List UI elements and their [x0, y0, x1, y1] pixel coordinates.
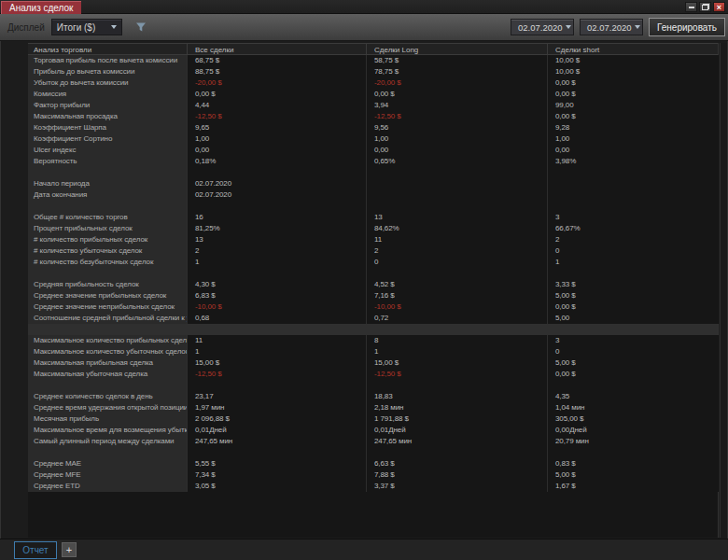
row-value [187, 447, 366, 458]
chevron-down-icon [111, 25, 117, 29]
display-select-value: Итоги ($) [57, 22, 111, 33]
row-label: Среднее MAE [28, 458, 187, 469]
generate-button[interactable]: Генерировать [649, 18, 725, 36]
row-value: 15,00 $ [187, 357, 366, 369]
row-value: 4,52 $ [366, 279, 547, 290]
row-value: 0,00 [366, 145, 547, 156]
row-value: 1,04 мин [547, 402, 719, 413]
row-label: Дата окончания [28, 189, 187, 201]
row-value: 6,83 $ [187, 290, 366, 301]
row-value: 1 [187, 346, 366, 357]
row-label: Убыток до вычета комиссии [28, 77, 187, 89]
row-value: -12,50 $ [187, 369, 366, 380]
table-row: Соотношение средней прибыльной сделки к … [28, 313, 718, 324]
row-label: Максимальное время для возмещения убытко… [28, 425, 187, 436]
bottom-tab-bar: Отчет + [0, 539, 728, 560]
table-row: Общее # количество торгов16133 [28, 212, 718, 223]
row-value: 11 [187, 335, 366, 346]
row-label: Среднее время удержания открытой позиции [28, 402, 187, 413]
row-label: Среднее ETD [28, 481, 187, 492]
row-value: 0,00 [547, 145, 719, 156]
scrollbar-track[interactable] [720, 43, 727, 538]
row-value: 1 [366, 346, 547, 357]
row-value [366, 380, 547, 391]
chevron-down-icon [635, 25, 640, 29]
date-from-value: 02.07.2020 [518, 22, 563, 33]
row-label: Среднее значение неприбыльных сделок [28, 301, 187, 313]
row-label: Максимальная просадка [28, 111, 187, 122]
row-label: Торговая прибыль после вычета комиссии [28, 55, 187, 66]
row-value: 11 [366, 234, 547, 245]
row-label: Комиссия [28, 89, 187, 100]
row-label: Максимальное количество убыточных сделок… [28, 346, 187, 357]
row-value: 0,00 $ [547, 369, 719, 380]
table-row [28, 268, 718, 279]
display-label: Дисплей [7, 22, 45, 33]
row-value: 99,00 [547, 100, 719, 111]
table-row: Фактор прибыли4,443,9499,00 [28, 100, 718, 111]
row-label: Начало периода [28, 178, 187, 189]
table-row [28, 167, 718, 178]
table-row: Максимальное количество прибыльных сдело… [28, 335, 718, 346]
row-value: 13 [366, 212, 547, 223]
row-value: 9,28 [547, 122, 719, 133]
table-row: # количество безубыточных сделок101 [28, 257, 718, 268]
table-row: Среднее ETD3,05 $3,37 $1,67 $ [28, 481, 718, 492]
row-value: 5,00 $ [547, 469, 719, 481]
add-tab-button[interactable]: + [62, 542, 77, 557]
table-row: Среднее MFE7,34 $7,88 $5,00 $ [28, 469, 718, 481]
row-value: 0 [547, 346, 719, 357]
table-row: Средняя прибыльность сделок4,30 $4,52 $3… [28, 279, 718, 290]
tab-report[interactable]: Отчет [14, 541, 57, 559]
display-select[interactable]: Итоги ($) [51, 19, 122, 35]
row-value: 247,65 мин [187, 436, 366, 447]
row-value: 247,65 мин [366, 436, 547, 447]
close-button[interactable]: × [713, 2, 725, 12]
row-value: 2 [366, 245, 547, 257]
row-label [28, 447, 187, 458]
row-label [28, 268, 187, 279]
row-value: 9,56 [366, 122, 547, 133]
row-value: 3,98% [547, 156, 719, 167]
titlebar: Анализ сделок × [0, 0, 728, 14]
row-label: Общее # количество торгов [28, 212, 187, 223]
table-row: # количество прибыльных сделок13112 [28, 234, 718, 245]
row-label: Фактор прибыли [28, 100, 187, 111]
row-value: 4,30 $ [187, 279, 366, 290]
row-label: Максимальное количество прибыльных сдело… [28, 335, 187, 346]
window-title-tab[interactable]: Анализ сделок [1, 1, 81, 14]
row-value: 66,67% [547, 223, 719, 234]
row-value: 0,01Дней [366, 425, 547, 436]
row-value: 0,68 [187, 313, 366, 324]
row-value [547, 178, 719, 189]
row-value: 02.07.2020 [187, 178, 366, 189]
date-to-picker[interactable]: 02.07.2020 [580, 19, 643, 35]
row-value: 0 [366, 257, 547, 268]
row-label: # количество убыточных сделок [28, 245, 187, 257]
row-value: 5,55 $ [187, 458, 366, 469]
row-value: 10,00 $ [547, 66, 719, 77]
row-value: 1,00 [547, 133, 719, 145]
restore-button[interactable] [699, 2, 711, 12]
row-value: 9,65 [187, 122, 366, 133]
row-value [547, 268, 719, 279]
table-row: Коэффициент Сортино1,001,001,00 [28, 133, 718, 145]
date-from-picker[interactable]: 02.07.2020 [511, 19, 574, 35]
row-label: Самый длинный период между сделками [28, 436, 187, 447]
row-value: 0,83 $ [547, 458, 719, 469]
row-value: 4,44 [187, 100, 366, 111]
minimize-button[interactable] [685, 2, 697, 12]
table-row: Максимальная просадка-12,50 $-12,50 $0,0… [28, 111, 718, 122]
table-row: Коэффициент Шарпа9,659,569,28 [28, 122, 718, 133]
row-label: Прибыль до вычета комиссии [28, 66, 187, 77]
row-value [366, 201, 547, 212]
table-row: Комиссия0,00 $0,00 $0,00 $ [28, 89, 718, 100]
filter-icon[interactable] [135, 21, 147, 33]
row-value: 1,97 мин [187, 402, 366, 413]
row-label: Вероятность [28, 156, 187, 167]
row-label: # количество безубыточных сделок [28, 257, 187, 268]
row-value: 3 [547, 335, 719, 346]
row-value: 5,00 $ [547, 357, 719, 369]
row-label: Максимальная прибыльная сделка [28, 357, 187, 369]
table-row: Среднее время удержания открытой позиции… [28, 402, 718, 413]
